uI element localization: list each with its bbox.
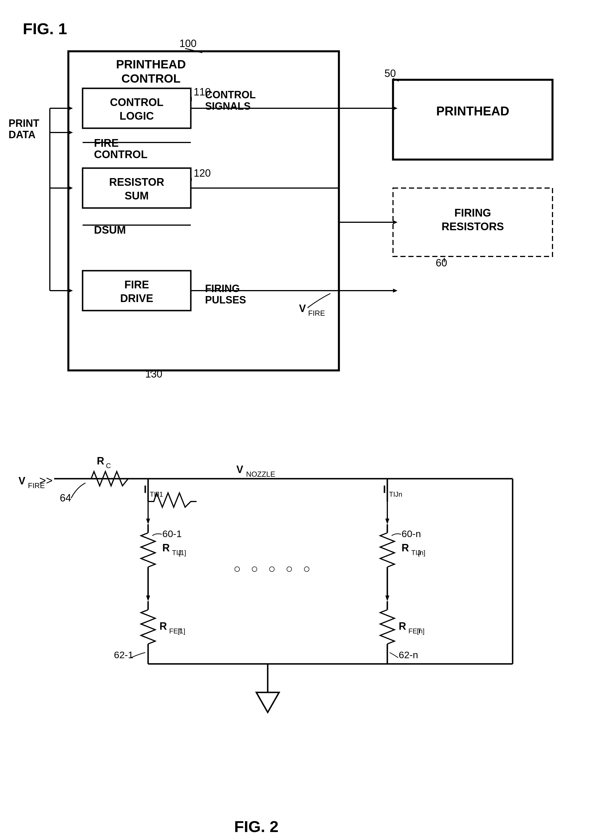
svg-text:V: V: [299, 303, 306, 314]
svg-text:R: R: [160, 620, 167, 632]
svg-text:RESISTORS: RESISTORS: [442, 220, 504, 232]
svg-text:SUM: SUM: [125, 190, 149, 202]
svg-text:LOGIC: LOGIC: [120, 110, 154, 122]
svg-marker-46: [68, 106, 73, 110]
svg-text:CONTROL: CONTROL: [205, 89, 256, 101]
svg-text:SIGNALS: SIGNALS: [205, 100, 251, 112]
svg-marker-44: [68, 289, 73, 293]
svg-rect-21: [82, 271, 191, 311]
svg-marker-116: [256, 692, 279, 712]
svg-text:I: I: [144, 483, 147, 495]
svg-text:DATA: DATA: [9, 129, 35, 141]
svg-text:62-1: 62-1: [114, 649, 133, 660]
svg-text:RESISTOR: RESISTOR: [109, 176, 164, 188]
svg-text:V: V: [236, 464, 243, 475]
svg-marker-61: [393, 220, 397, 224]
svg-text:C: C: [106, 462, 111, 470]
svg-text:PULSES: PULSES: [205, 294, 246, 306]
svg-text:R: R: [399, 620, 406, 632]
svg-marker-98: [385, 518, 389, 524]
svg-text:[1]: [1]: [179, 549, 186, 557]
svg-text:○ ○ ○ ○ ○: ○ ○ ○ ○ ○: [233, 562, 314, 575]
svg-text:FIRING: FIRING: [205, 283, 240, 294]
svg-text:PRINTHEAD: PRINTHEAD: [116, 57, 186, 71]
svg-text:62-n: 62-n: [399, 649, 418, 660]
svg-marker-38: [68, 131, 73, 135]
svg-marker-41: [68, 186, 73, 190]
svg-rect-1: [68, 51, 339, 370]
svg-marker-87: [146, 596, 150, 601]
svg-text:60-1: 60-1: [162, 528, 182, 539]
svg-text:CONTROL: CONTROL: [121, 72, 180, 85]
svg-text:CONTROL: CONTROL: [94, 148, 148, 160]
svg-text:100: 100: [179, 38, 197, 49]
svg-text:DRIVE: DRIVE: [120, 292, 153, 304]
svg-text:>>: >>: [39, 474, 53, 487]
svg-marker-107: [385, 596, 389, 601]
svg-text:120: 120: [194, 167, 211, 179]
svg-text:FIRE: FIRE: [308, 309, 325, 317]
svg-text:PRINTHEAD: PRINTHEAD: [436, 104, 509, 118]
svg-rect-6: [82, 88, 191, 128]
svg-rect-14: [82, 168, 191, 208]
svg-text:64: 64: [60, 492, 71, 504]
svg-text:NOZZLE: NOZZLE: [246, 470, 276, 479]
svg-text:PRINT: PRINT: [9, 117, 39, 129]
svg-text:CONTROL: CONTROL: [110, 96, 163, 108]
svg-text:[1]: [1]: [178, 627, 185, 635]
svg-marker-78: [146, 518, 150, 524]
svg-text:[n]: [n]: [418, 549, 425, 557]
svg-text:R: R: [97, 455, 104, 467]
svg-text:50: 50: [384, 68, 396, 79]
svg-text:60-n: 60-n: [402, 528, 421, 539]
svg-marker-55: [393, 289, 397, 293]
svg-rect-26: [393, 80, 553, 160]
svg-text:60: 60: [436, 257, 447, 269]
svg-text:R: R: [402, 542, 409, 554]
svg-text:FIRING: FIRING: [455, 207, 491, 219]
svg-text:V: V: [19, 475, 25, 487]
svg-marker-51: [393, 106, 397, 110]
svg-text:FIRE: FIRE: [125, 279, 149, 291]
svg-text:DSUM: DSUM: [94, 224, 126, 236]
svg-text:[n]: [n]: [417, 627, 425, 635]
svg-text:TIJn: TIJn: [389, 490, 402, 498]
svg-text:I: I: [383, 483, 386, 495]
svg-text:R: R: [162, 542, 170, 554]
svg-text:FIG. 2: FIG. 2: [234, 818, 279, 836]
svg-text:130: 130: [145, 368, 162, 380]
